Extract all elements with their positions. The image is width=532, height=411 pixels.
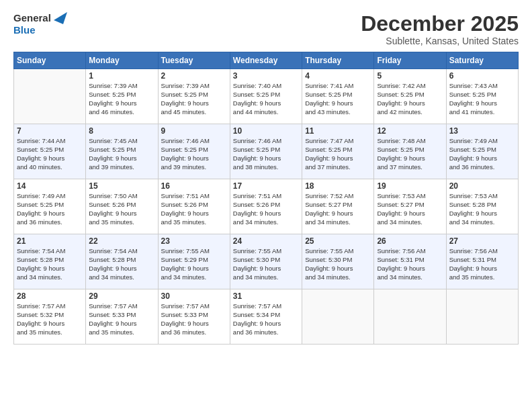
svg-marker-0 bbox=[54, 12, 67, 24]
calendar-cell: 22Sunrise: 7:54 AM Sunset: 5:28 PM Dayli… bbox=[86, 234, 158, 289]
day-info: Sunrise: 7:54 AM Sunset: 5:28 PM Dayligh… bbox=[89, 247, 154, 281]
day-number: 23 bbox=[161, 236, 227, 246]
calendar-cell: 31Sunrise: 7:57 AM Sunset: 5:34 PM Dayli… bbox=[230, 289, 302, 345]
day-number: 16 bbox=[161, 181, 227, 191]
calendar-cell: 29Sunrise: 7:57 AM Sunset: 5:33 PM Dayli… bbox=[86, 289, 158, 345]
day-number: 2 bbox=[161, 71, 227, 81]
day-info: Sunrise: 7:56 AM Sunset: 5:31 PM Dayligh… bbox=[449, 247, 515, 281]
day-info: Sunrise: 7:51 AM Sunset: 5:26 PM Dayligh… bbox=[161, 192, 227, 226]
day-number: 19 bbox=[377, 181, 443, 191]
day-number: 14 bbox=[17, 181, 83, 191]
day-info: Sunrise: 7:57 AM Sunset: 5:34 PM Dayligh… bbox=[233, 302, 299, 336]
day-number: 25 bbox=[305, 236, 371, 246]
calendar-cell: 15Sunrise: 7:50 AM Sunset: 5:26 PM Dayli… bbox=[86, 179, 158, 234]
day-number: 7 bbox=[17, 126, 83, 136]
subtitle: Sublette, Kansas, United States bbox=[361, 36, 519, 46]
day-info: Sunrise: 7:51 AM Sunset: 5:26 PM Dayligh… bbox=[233, 192, 299, 226]
day-number: 26 bbox=[377, 236, 443, 246]
day-number: 24 bbox=[233, 236, 299, 246]
day-number: 1 bbox=[89, 71, 154, 81]
day-number: 8 bbox=[89, 126, 154, 136]
day-info: Sunrise: 7:55 AM Sunset: 5:30 PM Dayligh… bbox=[233, 247, 299, 281]
calendar-cell bbox=[374, 289, 446, 345]
calendar-cell bbox=[446, 289, 518, 345]
day-info: Sunrise: 7:50 AM Sunset: 5:26 PM Dayligh… bbox=[89, 192, 154, 226]
calendar-cell bbox=[14, 69, 86, 124]
day-info: Sunrise: 7:57 AM Sunset: 5:33 PM Dayligh… bbox=[89, 302, 154, 336]
day-info: Sunrise: 7:39 AM Sunset: 5:25 PM Dayligh… bbox=[89, 82, 154, 116]
day-info: Sunrise: 7:39 AM Sunset: 5:25 PM Dayligh… bbox=[161, 82, 227, 116]
weekday-header-tuesday: Tuesday bbox=[158, 52, 230, 69]
day-info: Sunrise: 7:54 AM Sunset: 5:28 PM Dayligh… bbox=[17, 247, 83, 281]
day-info: Sunrise: 7:53 AM Sunset: 5:27 PM Dayligh… bbox=[377, 192, 443, 226]
calendar-cell: 13Sunrise: 7:49 AM Sunset: 5:25 PM Dayli… bbox=[446, 124, 518, 179]
calendar-cell: 2Sunrise: 7:39 AM Sunset: 5:25 PM Daylig… bbox=[158, 69, 230, 124]
day-number: 28 bbox=[17, 291, 83, 301]
calendar-cell: 1Sunrise: 7:39 AM Sunset: 5:25 PM Daylig… bbox=[86, 69, 158, 124]
calendar-cell: 24Sunrise: 7:55 AM Sunset: 5:30 PM Dayli… bbox=[230, 234, 302, 289]
day-number: 10 bbox=[233, 126, 299, 136]
calendar-cell: 8Sunrise: 7:45 AM Sunset: 5:25 PM Daylig… bbox=[86, 124, 158, 179]
day-info: Sunrise: 7:43 AM Sunset: 5:25 PM Dayligh… bbox=[449, 82, 515, 116]
day-number: 20 bbox=[449, 181, 515, 191]
logo-text: GeneralBlue bbox=[13, 12, 51, 36]
day-number: 29 bbox=[89, 291, 154, 301]
calendar-cell: 7Sunrise: 7:44 AM Sunset: 5:25 PM Daylig… bbox=[14, 124, 86, 179]
calendar: SundayMondayTuesdayWednesdayThursdayFrid… bbox=[13, 52, 519, 345]
day-info: Sunrise: 7:45 AM Sunset: 5:25 PM Dayligh… bbox=[89, 137, 154, 171]
calendar-cell: 28Sunrise: 7:57 AM Sunset: 5:32 PM Dayli… bbox=[14, 289, 86, 345]
day-number: 5 bbox=[377, 71, 443, 81]
day-info: Sunrise: 7:41 AM Sunset: 5:25 PM Dayligh… bbox=[305, 82, 371, 116]
logo-arrow-icon bbox=[54, 12, 67, 36]
day-number: 18 bbox=[305, 181, 371, 191]
weekday-header-monday: Monday bbox=[86, 52, 158, 69]
weekday-header-thursday: Thursday bbox=[302, 52, 374, 69]
day-number: 12 bbox=[377, 126, 443, 136]
day-number: 4 bbox=[305, 71, 371, 81]
calendar-cell: 26Sunrise: 7:56 AM Sunset: 5:31 PM Dayli… bbox=[374, 234, 446, 289]
day-number: 11 bbox=[305, 126, 371, 136]
day-number: 3 bbox=[233, 71, 299, 81]
page-header: GeneralBlue December 2025 Sublette, Kans… bbox=[13, 12, 519, 46]
calendar-cell: 16Sunrise: 7:51 AM Sunset: 5:26 PM Dayli… bbox=[158, 179, 230, 234]
day-number: 9 bbox=[161, 126, 227, 136]
day-info: Sunrise: 7:47 AM Sunset: 5:25 PM Dayligh… bbox=[305, 137, 371, 171]
day-info: Sunrise: 7:52 AM Sunset: 5:27 PM Dayligh… bbox=[305, 192, 371, 226]
day-number: 6 bbox=[449, 71, 515, 81]
day-number: 27 bbox=[449, 236, 515, 246]
calendar-cell: 12Sunrise: 7:48 AM Sunset: 5:25 PM Dayli… bbox=[374, 124, 446, 179]
calendar-cell: 6Sunrise: 7:43 AM Sunset: 5:25 PM Daylig… bbox=[446, 69, 518, 124]
weekday-header-sunday: Sunday bbox=[14, 52, 86, 69]
calendar-cell: 14Sunrise: 7:49 AM Sunset: 5:25 PM Dayli… bbox=[14, 179, 86, 234]
calendar-cell: 17Sunrise: 7:51 AM Sunset: 5:26 PM Dayli… bbox=[230, 179, 302, 234]
calendar-cell bbox=[302, 289, 374, 345]
day-number: 21 bbox=[17, 236, 83, 246]
day-info: Sunrise: 7:44 AM Sunset: 5:25 PM Dayligh… bbox=[17, 137, 83, 171]
calendar-cell: 4Sunrise: 7:41 AM Sunset: 5:25 PM Daylig… bbox=[302, 69, 374, 124]
day-number: 22 bbox=[89, 236, 154, 246]
day-info: Sunrise: 7:56 AM Sunset: 5:31 PM Dayligh… bbox=[377, 247, 443, 281]
calendar-cell: 10Sunrise: 7:46 AM Sunset: 5:25 PM Dayli… bbox=[230, 124, 302, 179]
weekday-header-friday: Friday bbox=[374, 52, 446, 69]
calendar-cell: 3Sunrise: 7:40 AM Sunset: 5:25 PM Daylig… bbox=[230, 69, 302, 124]
day-number: 30 bbox=[161, 291, 227, 301]
calendar-cell: 11Sunrise: 7:47 AM Sunset: 5:25 PM Dayli… bbox=[302, 124, 374, 179]
calendar-cell: 19Sunrise: 7:53 AM Sunset: 5:27 PM Dayli… bbox=[374, 179, 446, 234]
month-title: December 2025 bbox=[361, 12, 519, 36]
day-info: Sunrise: 7:49 AM Sunset: 5:25 PM Dayligh… bbox=[17, 192, 83, 226]
day-info: Sunrise: 7:57 AM Sunset: 5:32 PM Dayligh… bbox=[17, 302, 83, 336]
day-info: Sunrise: 7:55 AM Sunset: 5:30 PM Dayligh… bbox=[305, 247, 371, 281]
day-info: Sunrise: 7:42 AM Sunset: 5:25 PM Dayligh… bbox=[377, 82, 443, 116]
day-info: Sunrise: 7:48 AM Sunset: 5:25 PM Dayligh… bbox=[377, 137, 443, 171]
day-info: Sunrise: 7:53 AM Sunset: 5:28 PM Dayligh… bbox=[449, 192, 515, 226]
calendar-cell: 21Sunrise: 7:54 AM Sunset: 5:28 PM Dayli… bbox=[14, 234, 86, 289]
calendar-cell: 9Sunrise: 7:46 AM Sunset: 5:25 PM Daylig… bbox=[158, 124, 230, 179]
day-info: Sunrise: 7:55 AM Sunset: 5:29 PM Dayligh… bbox=[161, 247, 227, 281]
day-info: Sunrise: 7:40 AM Sunset: 5:25 PM Dayligh… bbox=[233, 82, 299, 116]
calendar-cell: 25Sunrise: 7:55 AM Sunset: 5:30 PM Dayli… bbox=[302, 234, 374, 289]
day-info: Sunrise: 7:46 AM Sunset: 5:25 PM Dayligh… bbox=[161, 137, 227, 171]
day-info: Sunrise: 7:46 AM Sunset: 5:25 PM Dayligh… bbox=[233, 137, 299, 171]
calendar-cell: 18Sunrise: 7:52 AM Sunset: 5:27 PM Dayli… bbox=[302, 179, 374, 234]
day-number: 31 bbox=[233, 291, 299, 301]
logo: GeneralBlue bbox=[13, 12, 67, 36]
